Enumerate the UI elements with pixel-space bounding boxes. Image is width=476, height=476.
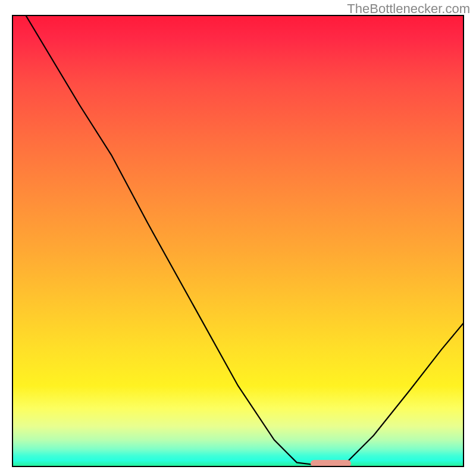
bottleneck-curve [12, 15, 464, 467]
optimal-range-marker [311, 460, 351, 467]
watermark-text: TheBottlenecker.com [347, 1, 470, 17]
